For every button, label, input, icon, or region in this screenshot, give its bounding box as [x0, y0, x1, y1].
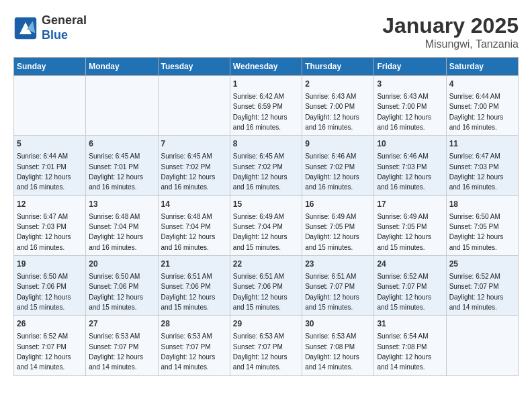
calendar-cell: [158, 76, 230, 136]
day-number: 17: [377, 199, 443, 210]
calendar-cell: 25Sunrise: 6:52 AM Sunset: 7:07 PM Dayli…: [446, 256, 518, 316]
calendar-cell: 15Sunrise: 6:49 AM Sunset: 7:04 PM Dayli…: [230, 195, 302, 255]
calendar-cell: [14, 76, 86, 136]
day-number: 15: [233, 199, 299, 210]
calendar-cell: 18Sunrise: 6:50 AM Sunset: 7:05 PM Dayli…: [446, 195, 518, 255]
day-info: Sunrise: 6:53 AM Sunset: 7:07 PM Dayligh…: [89, 332, 143, 371]
day-number: 28: [161, 318, 227, 330]
logo: General Blue: [13, 13, 87, 42]
calendar-week-1: 1Sunrise: 6:42 AM Sunset: 6:59 PM Daylig…: [14, 76, 519, 136]
calendar-cell: 28Sunrise: 6:53 AM Sunset: 7:07 PM Dayli…: [158, 316, 230, 375]
day-info: Sunrise: 6:52 AM Sunset: 7:07 PM Dayligh…: [449, 273, 504, 311]
calendar-title: January 2025: [382, 13, 519, 38]
logo-text: General Blue: [42, 13, 87, 42]
calendar-cell: 24Sunrise: 6:52 AM Sunset: 7:07 PM Dayli…: [374, 256, 446, 316]
day-info: Sunrise: 6:53 AM Sunset: 7:07 PM Dayligh…: [233, 332, 287, 371]
calendar-header: SundayMondayTuesdayWednesdayThursdayFrid…: [14, 58, 519, 76]
calendar-cell: 4Sunrise: 6:44 AM Sunset: 7:00 PM Daylig…: [446, 76, 518, 136]
day-number: 9: [305, 138, 371, 150]
calendar-cell: [446, 316, 518, 375]
day-number: 13: [89, 199, 154, 210]
day-number: 21: [161, 259, 227, 270]
day-number: 11: [449, 138, 515, 150]
day-info: Sunrise: 6:45 AM Sunset: 7:02 PM Dayligh…: [233, 152, 287, 191]
calendar-cell: 27Sunrise: 6:53 AM Sunset: 7:07 PM Dayli…: [86, 316, 158, 375]
day-info: Sunrise: 6:49 AM Sunset: 7:04 PM Dayligh…: [233, 213, 287, 251]
weekday-monday: Monday: [86, 58, 158, 76]
day-info: Sunrise: 6:43 AM Sunset: 7:00 PM Dayligh…: [305, 93, 359, 131]
calendar-cell: 29Sunrise: 6:53 AM Sunset: 7:07 PM Dayli…: [230, 316, 302, 375]
title-block: January 2025 Misungwi, Tanzania: [382, 13, 519, 50]
day-info: Sunrise: 6:52 AM Sunset: 7:07 PM Dayligh…: [17, 332, 71, 371]
weekday-friday: Friday: [374, 58, 446, 76]
day-number: 22: [233, 259, 299, 270]
weekday-saturday: Saturday: [446, 58, 518, 76]
day-info: Sunrise: 6:51 AM Sunset: 7:06 PM Dayligh…: [233, 273, 287, 311]
calendar-cell: 19Sunrise: 6:50 AM Sunset: 7:06 PM Dayli…: [14, 256, 86, 316]
day-number: 19: [17, 259, 83, 270]
calendar-cell: 2Sunrise: 6:43 AM Sunset: 7:00 PM Daylig…: [302, 76, 374, 136]
day-info: Sunrise: 6:43 AM Sunset: 7:00 PM Dayligh…: [377, 93, 431, 131]
day-number: 6: [89, 138, 154, 150]
day-number: 3: [377, 79, 443, 90]
day-number: 4: [449, 79, 515, 90]
day-info: Sunrise: 6:50 AM Sunset: 7:06 PM Dayligh…: [89, 273, 143, 311]
day-number: 7: [161, 138, 227, 150]
day-info: Sunrise: 6:54 AM Sunset: 7:08 PM Dayligh…: [377, 332, 431, 371]
weekday-tuesday: Tuesday: [158, 58, 230, 76]
calendar-body: 1Sunrise: 6:42 AM Sunset: 6:59 PM Daylig…: [14, 76, 519, 376]
day-info: Sunrise: 6:48 AM Sunset: 7:04 PM Dayligh…: [89, 213, 143, 251]
day-number: 8: [233, 138, 299, 150]
calendar-cell: 5Sunrise: 6:44 AM Sunset: 7:01 PM Daylig…: [14, 136, 86, 195]
calendar-cell: 11Sunrise: 6:47 AM Sunset: 7:03 PM Dayli…: [446, 136, 518, 195]
calendar-cell: 16Sunrise: 6:49 AM Sunset: 7:05 PM Dayli…: [302, 195, 374, 255]
day-info: Sunrise: 6:47 AM Sunset: 7:03 PM Dayligh…: [17, 213, 71, 251]
page-header: General Blue January 2025 Misungwi, Tanz…: [13, 13, 519, 50]
day-info: Sunrise: 6:53 AM Sunset: 7:08 PM Dayligh…: [305, 332, 359, 371]
day-number: 12: [17, 199, 83, 210]
logo-blue: Blue: [42, 28, 68, 42]
calendar-cell: 20Sunrise: 6:50 AM Sunset: 7:06 PM Dayli…: [86, 256, 158, 316]
day-info: Sunrise: 6:53 AM Sunset: 7:07 PM Dayligh…: [161, 332, 216, 371]
day-info: Sunrise: 6:52 AM Sunset: 7:07 PM Dayligh…: [377, 273, 431, 311]
day-number: 29: [233, 318, 299, 330]
calendar-week-4: 19Sunrise: 6:50 AM Sunset: 7:06 PM Dayli…: [14, 256, 519, 316]
day-number: 14: [161, 199, 227, 210]
day-number: 25: [449, 259, 515, 270]
day-info: Sunrise: 6:51 AM Sunset: 7:07 PM Dayligh…: [305, 273, 359, 311]
calendar-week-2: 5Sunrise: 6:44 AM Sunset: 7:01 PM Daylig…: [14, 136, 519, 195]
calendar-cell: [86, 76, 158, 136]
calendar-cell: 9Sunrise: 6:46 AM Sunset: 7:02 PM Daylig…: [302, 136, 374, 195]
day-info: Sunrise: 6:44 AM Sunset: 7:01 PM Dayligh…: [17, 152, 71, 191]
day-info: Sunrise: 6:51 AM Sunset: 7:06 PM Dayligh…: [161, 273, 216, 311]
day-info: Sunrise: 6:48 AM Sunset: 7:04 PM Dayligh…: [161, 213, 216, 251]
calendar-cell: 3Sunrise: 6:43 AM Sunset: 7:00 PM Daylig…: [374, 76, 446, 136]
logo-icon: [13, 16, 38, 40]
calendar-cell: 7Sunrise: 6:45 AM Sunset: 7:02 PM Daylig…: [158, 136, 230, 195]
weekday-header-row: SundayMondayTuesdayWednesdayThursdayFrid…: [14, 58, 519, 76]
calendar-week-5: 26Sunrise: 6:52 AM Sunset: 7:07 PM Dayli…: [14, 316, 519, 375]
day-number: 1: [233, 79, 299, 90]
day-number: 18: [449, 199, 515, 210]
calendar-cell: 1Sunrise: 6:42 AM Sunset: 6:59 PM Daylig…: [230, 76, 302, 136]
day-number: 23: [305, 259, 371, 270]
day-info: Sunrise: 6:46 AM Sunset: 7:02 PM Dayligh…: [305, 152, 359, 191]
calendar-cell: 12Sunrise: 6:47 AM Sunset: 7:03 PM Dayli…: [14, 195, 86, 255]
calendar-cell: 6Sunrise: 6:45 AM Sunset: 7:01 PM Daylig…: [86, 136, 158, 195]
day-number: 2: [305, 79, 371, 90]
weekday-thursday: Thursday: [302, 58, 374, 76]
day-info: Sunrise: 6:49 AM Sunset: 7:05 PM Dayligh…: [305, 213, 359, 251]
day-info: Sunrise: 6:45 AM Sunset: 7:02 PM Dayligh…: [161, 152, 216, 191]
day-info: Sunrise: 6:47 AM Sunset: 7:03 PM Dayligh…: [449, 152, 504, 191]
day-info: Sunrise: 6:46 AM Sunset: 7:03 PM Dayligh…: [377, 152, 431, 191]
day-number: 20: [89, 259, 154, 270]
calendar-cell: 13Sunrise: 6:48 AM Sunset: 7:04 PM Dayli…: [86, 195, 158, 255]
day-info: Sunrise: 6:42 AM Sunset: 6:59 PM Dayligh…: [233, 93, 287, 131]
calendar-cell: 22Sunrise: 6:51 AM Sunset: 7:06 PM Dayli…: [230, 256, 302, 316]
day-number: 24: [377, 259, 443, 270]
day-number: 10: [377, 138, 443, 150]
calendar-cell: 17Sunrise: 6:49 AM Sunset: 7:05 PM Dayli…: [374, 195, 446, 255]
calendar-cell: 21Sunrise: 6:51 AM Sunset: 7:06 PM Dayli…: [158, 256, 230, 316]
day-number: 5: [17, 138, 83, 150]
calendar-cell: 30Sunrise: 6:53 AM Sunset: 7:08 PM Dayli…: [302, 316, 374, 375]
